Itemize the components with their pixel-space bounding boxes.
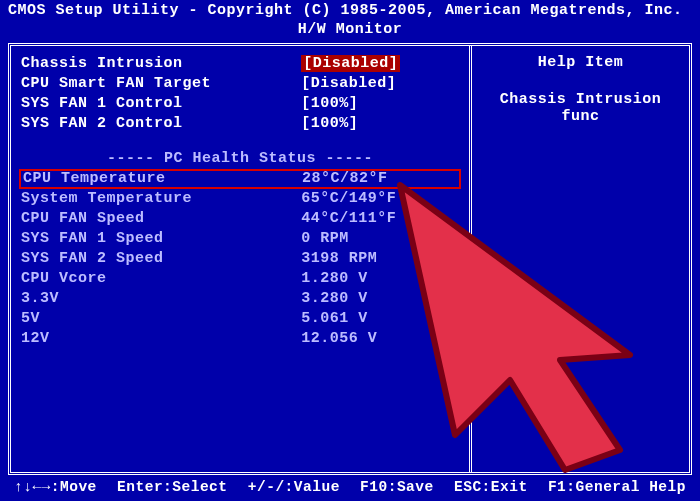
health-value: 1.280 V [301,270,459,287]
setting-label: CPU Smart FAN Target [21,75,301,92]
setting-label: Chassis Intrusion [21,55,301,72]
health-cpu-temperature: CPU Temperature 28°C/82°F [19,169,461,189]
setting-sys-fan-2[interactable]: SYS FAN 2 Control [100%] [21,114,459,134]
health-label: 3.3V [21,290,301,307]
health-value: 28°C/82°F [302,170,459,187]
health-label: CPU FAN Speed [21,210,301,227]
hint-general-help: F1:General Help [548,479,686,496]
section-title: ----- PC Health Status ----- [21,150,459,167]
health-value: 0 RPM [301,230,459,247]
health-value: 5.061 V [301,310,459,327]
setting-value: [Disabled] [301,75,459,92]
health-label: System Temperature [21,190,301,207]
setting-value: [100%] [301,115,459,132]
setting-label: SYS FAN 1 Control [21,95,301,112]
health-value: 3.280 V [301,290,459,307]
page-subtitle: H/W Monitor [0,21,700,38]
hint-exit: ESC:Exit [454,479,528,496]
setting-value: [100%] [301,95,459,112]
help-title: Help Item [482,54,679,71]
hint-move: ↑↓←→:Move [14,479,97,496]
health-label: 12V [21,330,301,347]
health-label: 5V [21,310,301,327]
health-value: 44°C/111°F [301,210,459,227]
left-pane: Chassis Intrusion [Disabled] CPU Smart F… [11,46,472,472]
page-title: CMOS Setup Utility - Copyright (C) 1985-… [0,0,700,21]
setting-chassis-intrusion[interactable]: Chassis Intrusion [Disabled] [21,54,459,74]
setting-cpu-smart-fan[interactable]: CPU Smart FAN Target [Disabled] [21,74,459,94]
main-frame: Chassis Intrusion [Disabled] CPU Smart F… [8,43,692,475]
health-value: 12.056 V [301,330,459,347]
setting-sys-fan-1[interactable]: SYS FAN 1 Control [100%] [21,94,459,114]
health-system-temperature: System Temperature 65°C/149°F [21,189,459,209]
hint-change: +/-/:Value [248,479,340,496]
health-label: CPU Temperature [23,170,302,187]
help-text: Chassis Intrusion func [482,91,679,126]
footer-bar: ↑↓←→:Move Enter:Select +/-/:Value F10:Sa… [0,479,700,502]
health-cpu-vcore: CPU Vcore 1.280 V [21,269,459,289]
health-5v: 5V 5.061 V [21,309,459,329]
hint-enter: Enter:Select [117,479,227,496]
health-sys-fan-1-speed: SYS FAN 1 Speed 0 RPM [21,229,459,249]
health-12v: 12V 12.056 V [21,329,459,349]
setting-label: SYS FAN 2 Control [21,115,301,132]
health-cpu-fan-speed: CPU FAN Speed 44°C/111°F [21,209,459,229]
health-label: SYS FAN 2 Speed [21,250,301,267]
health-label: SYS FAN 1 Speed [21,230,301,247]
health-label: CPU Vcore [21,270,301,287]
setting-value: [Disabled] [301,55,459,72]
hint-save: F10:Save [360,479,434,496]
help-pane: Help Item Chassis Intrusion func [472,46,689,472]
health-3v3: 3.3V 3.280 V [21,289,459,309]
health-value: 65°C/149°F [301,190,459,207]
health-value: 3198 RPM [301,250,459,267]
health-sys-fan-2-speed: SYS FAN 2 Speed 3198 RPM [21,249,459,269]
